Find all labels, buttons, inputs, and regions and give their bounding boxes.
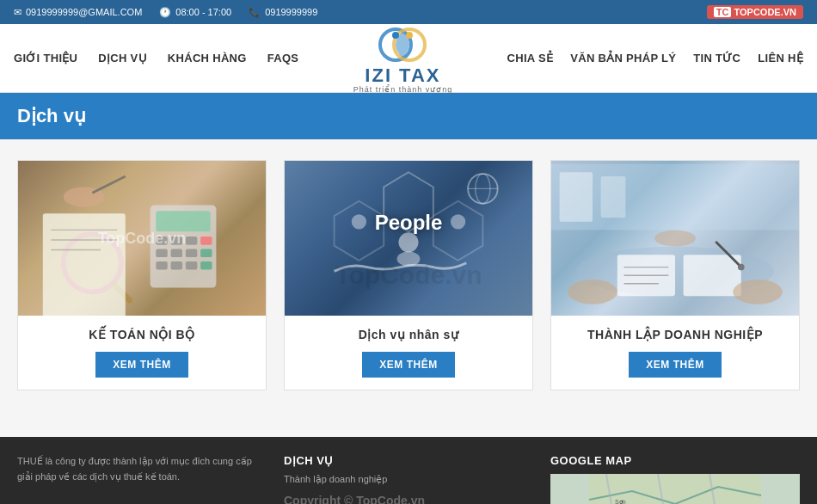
copyright-text: Copyright © TopCode.vn bbox=[284, 494, 533, 504]
footer-services-heading: DỊCH VỤ bbox=[284, 454, 533, 467]
logo-area: IZI TAX Phát triển thành vượng bbox=[298, 23, 507, 94]
svg-rect-38 bbox=[684, 255, 741, 296]
service-image-thanh-lap bbox=[551, 161, 799, 316]
svg-text:Sơn: Sơn bbox=[615, 499, 626, 504]
svg-rect-12 bbox=[186, 249, 197, 257]
svg-point-32 bbox=[352, 214, 366, 229]
svg-rect-9 bbox=[200, 237, 212, 245]
nav-dich-vu[interactable]: DỊCH VỤ bbox=[98, 52, 147, 65]
business-image bbox=[551, 161, 799, 316]
nav-tin-tuc[interactable]: TIN TỨC bbox=[693, 52, 740, 65]
svg-rect-8 bbox=[186, 237, 197, 245]
svg-point-3 bbox=[406, 32, 413, 39]
service-image-nhan-su: People bbox=[285, 161, 532, 316]
footer-col-about: THUẾ là công ty được thành lập với mục đ… bbox=[17, 454, 267, 504]
logo-text: IZI TAX bbox=[365, 66, 440, 85]
people-svg bbox=[285, 161, 532, 316]
logo: IZI TAX Phát triển thành vượng bbox=[353, 23, 453, 94]
nav-faqs[interactable]: FAQS bbox=[267, 52, 299, 65]
svg-rect-7 bbox=[171, 237, 182, 245]
page-title: Dịch vụ bbox=[17, 105, 86, 126]
hours-text: 08:00 - 17:00 bbox=[175, 7, 231, 17]
service-card-nhan-su: People bbox=[284, 160, 533, 390]
nav-left: GIỚI THIỆU DỊCH VỤ KHÁCH HÀNG FAQS bbox=[14, 52, 298, 65]
svg-line-25 bbox=[92, 176, 125, 193]
map-svg: Sơn Xem bản đồ lớn hơn bbox=[550, 474, 800, 504]
nav-van-ban[interactable]: VĂN BẢN PHÁP LÝ bbox=[570, 52, 676, 65]
service-body-ke-toan: KẾ TOÁN NỘI BỘ XEM THÊM bbox=[18, 316, 266, 390]
brand-text: TOPCODE.VN bbox=[734, 7, 796, 17]
footer: THUẾ là công ty được thành lập với mục đ… bbox=[0, 437, 817, 504]
svg-point-46 bbox=[654, 230, 696, 246]
nav-lien-he[interactable]: LIÊN HỆ bbox=[758, 52, 803, 65]
page-header: Dịch vụ bbox=[0, 93, 817, 139]
nav-right: CHIA SẺ VĂN BẢN PHÁP LÝ TIN TỨC LIÊN HỆ bbox=[507, 52, 803, 65]
service-image-ke-toan: TopCode.vn bbox=[18, 161, 266, 316]
service-body-thanh-lap: THÀNH LẬP DOANH NGHIỆP XEM THÊM bbox=[551, 316, 799, 390]
footer-map-heading: GOOGLE MAP bbox=[550, 454, 800, 467]
service-card-ke-toan: TopCode.vn bbox=[17, 160, 267, 390]
clock-icon: 🕐 bbox=[159, 7, 171, 18]
nav-khach-hang[interactable]: KHÁCH HÀNG bbox=[168, 52, 247, 65]
business-svg bbox=[551, 161, 799, 316]
svg-rect-20 bbox=[43, 213, 126, 316]
service-body-nhan-su: Dịch vụ nhân sự XEM THÊM bbox=[285, 316, 532, 390]
services-section: TopCode.vn TopCode.vn bbox=[0, 139, 817, 411]
accounting-svg bbox=[18, 161, 266, 316]
phone-icon: 📞 bbox=[249, 7, 261, 18]
spacing-area bbox=[0, 411, 817, 437]
svg-rect-16 bbox=[186, 261, 197, 270]
svg-rect-10 bbox=[156, 249, 167, 257]
svg-rect-11 bbox=[171, 249, 182, 257]
people-text: People bbox=[375, 211, 443, 235]
svg-rect-15 bbox=[171, 261, 182, 270]
service-btn-nhan-su[interactable]: XEM THÊM bbox=[362, 352, 454, 378]
phone-item: 📞 0919999999 bbox=[249, 7, 317, 18]
svg-point-43 bbox=[738, 264, 745, 271]
svg-rect-14 bbox=[156, 261, 167, 270]
svg-rect-49 bbox=[601, 176, 626, 218]
logo-subtext: Phát triển thành vượng bbox=[353, 85, 453, 94]
svg-point-31 bbox=[451, 214, 465, 229]
service-card-thanh-lap: THÀNH LẬP DOANH NGHIỆP XEM THÊM bbox=[550, 160, 800, 390]
nav-gioi-thieu[interactable]: GIỚI THIỆU bbox=[14, 52, 77, 65]
email-icon: ✉ bbox=[14, 7, 22, 18]
services-grid: TopCode.vn bbox=[17, 160, 800, 390]
footer-link-thanh-lap[interactable]: Thành lập doanh nghiệp bbox=[284, 474, 533, 485]
footer-col-services: DỊCH VỤ Thành lập doanh nghiệp Copyright… bbox=[284, 454, 533, 504]
service-title-ke-toan: KẾ TOÁN NỘI BỘ bbox=[89, 328, 194, 341]
email-item: ✉ 0919999999@GMAIL.COM bbox=[14, 7, 142, 18]
hours-item: 🕐 08:00 - 17:00 bbox=[159, 7, 231, 18]
logo-svg bbox=[377, 23, 428, 66]
svg-rect-5 bbox=[156, 211, 210, 231]
service-btn-thanh-lap[interactable]: XEM THÊM bbox=[629, 352, 721, 378]
service-title-nhan-su: Dịch vụ nhân sự bbox=[359, 328, 459, 341]
google-map[interactable]: Sơn Xem bản đồ lớn hơn bbox=[550, 474, 800, 504]
people-image: People bbox=[285, 161, 532, 316]
svg-point-29 bbox=[398, 232, 418, 252]
accounting-image: TopCode.vn bbox=[18, 161, 266, 316]
service-title-thanh-lap: THÀNH LẬP DOANH NGHIỆP bbox=[587, 328, 763, 341]
top-bar: ✉ 0919999999@GMAIL.COM 🕐 08:00 - 17:00 📞… bbox=[0, 0, 817, 24]
svg-rect-17 bbox=[200, 261, 212, 270]
footer-about-text: THUẾ là công ty được thành lập với mục đ… bbox=[17, 454, 267, 484]
navigation: GIỚI THIỆU DỊCH VỤ KHÁCH HÀNG FAQS IZI T… bbox=[0, 24, 817, 93]
svg-point-44 bbox=[568, 280, 617, 304]
service-btn-ke-toan[interactable]: XEM THÊM bbox=[95, 352, 187, 378]
brand-badge: TC TOPCODE.VN bbox=[707, 5, 803, 19]
svg-rect-48 bbox=[560, 172, 593, 222]
brand-icon: TC bbox=[714, 7, 732, 17]
phone-text: 0919999999 bbox=[265, 7, 317, 17]
footer-col-map: GOOGLE MAP Sơn Xem bản đồ lớn hơn bbox=[550, 454, 800, 504]
svg-point-2 bbox=[392, 32, 399, 39]
svg-point-45 bbox=[733, 280, 783, 304]
email-text: 0919999999@GMAIL.COM bbox=[26, 7, 142, 17]
svg-rect-13 bbox=[200, 249, 212, 257]
svg-rect-6 bbox=[156, 237, 167, 245]
nav-chia-se[interactable]: CHIA SẺ bbox=[507, 52, 554, 65]
